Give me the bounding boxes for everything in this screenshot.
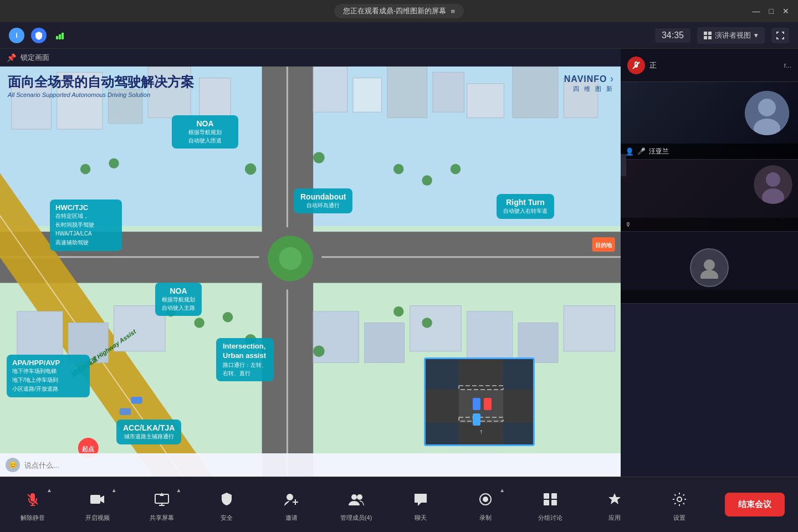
mute-label: 解除静音	[21, 514, 45, 522]
svg-rect-1	[59, 34, 61, 39]
svg-point-39	[245, 163, 257, 175]
chat-button[interactable]: 聊天	[401, 487, 440, 522]
dropdown-icon: ▾	[754, 31, 758, 39]
participant-overlay-2: 🎙	[621, 218, 798, 231]
chat-input[interactable]	[24, 461, 615, 469]
svg-point-72	[758, 99, 776, 116]
settings-button[interactable]: 设置	[660, 487, 699, 522]
share-caret[interactable]: ▲	[176, 487, 182, 493]
settings-icon	[667, 487, 692, 511]
svg-point-90	[357, 494, 362, 500]
svg-point-42	[313, 346, 325, 357]
sidebar: 正 r... › 👤 🎤 汪亚兰	[621, 49, 798, 477]
slide-title-cn: 面向全场景的自动驾驶解决方案 All Scenario Supported Au…	[8, 74, 549, 98]
info-box-noa-top: NOA 根据导航规划自动驶入匝道	[172, 115, 238, 149]
participants-icon	[344, 487, 369, 511]
participant-avatar-wangyalan	[745, 91, 789, 135]
navinfo-logo: NAVINFO › 四 维 图 新	[564, 73, 614, 93]
svg-text:起点: 起点	[81, 446, 94, 452]
toolbar: i 34:35 演讲者视图 ▾	[0, 22, 798, 49]
share-screen-button[interactable]: 共享屏幕 ▲	[142, 487, 181, 522]
bottom-toolbar: 解除静音 ▲ 开启视频 ▲ 共享屏幕 ▲	[0, 477, 798, 532]
record-button[interactable]: 录制 ▲	[466, 487, 505, 522]
lock-label: 锁定画面	[21, 53, 49, 63]
participant-mic-icon-2: 🎙	[625, 221, 631, 228]
share-screen-icon	[150, 487, 174, 511]
participant-mic-icon-wangyalan: 🎤	[637, 147, 646, 155]
svg-rect-59	[120, 408, 131, 415]
svg-rect-95	[544, 500, 549, 505]
svg-point-89	[351, 494, 357, 500]
chat-input-bar: 😊	[0, 453, 621, 477]
svg-rect-37	[518, 323, 558, 362]
svg-rect-58	[131, 397, 142, 403]
signal-icon	[53, 28, 69, 43]
svg-rect-68	[473, 413, 480, 426]
presenter-initial: 正	[649, 60, 780, 70]
video-button[interactable]: 开启视频 ▲	[78, 487, 117, 522]
mute-button[interactable]: 解除静音 ▲	[13, 487, 52, 522]
lock-bar: 📌 锁定画面	[0, 49, 621, 66]
intersection-diagram: ↑	[426, 359, 535, 446]
svg-point-77	[704, 259, 715, 270]
breakout-button[interactable]: 分组讨论	[531, 487, 570, 522]
end-meeting-button[interactable]: 结束会议	[725, 493, 785, 516]
svg-rect-82	[90, 495, 100, 504]
svg-rect-6	[708, 36, 712, 39]
apps-icon	[602, 487, 627, 511]
svg-point-43	[393, 164, 403, 174]
svg-rect-63	[459, 390, 503, 423]
intersection-inset: ↑	[424, 357, 535, 446]
svg-point-49	[194, 318, 204, 328]
mute-caret[interactable]: ▲	[47, 487, 52, 493]
info-box-right-turn: Right Turn 自动驶入右转车道	[497, 194, 554, 219]
collapse-sidebar-button[interactable]: ›	[621, 154, 626, 176]
view-mode-button[interactable]: 演讲者视图 ▾	[697, 27, 765, 44]
lock-icon: 📌	[7, 53, 16, 62]
shield-icon[interactable]	[31, 28, 47, 43]
minimize-button[interactable]: —	[753, 7, 760, 16]
security-icon	[214, 487, 239, 511]
security-button[interactable]: 安全	[207, 487, 246, 522]
breakout-label: 分组讨论	[538, 514, 562, 522]
svg-rect-3	[704, 32, 707, 35]
video-caret[interactable]: ▲	[111, 487, 117, 493]
svg-point-52	[109, 158, 119, 168]
close-button[interactable]: ✕	[782, 7, 789, 16]
titlebar: 您正在观看成鼎-四维图新的屏幕 ≡ — □ ✕	[0, 0, 798, 22]
svg-rect-2	[62, 33, 64, 39]
slide-content: 辅路到高速 Highway Assist 起点 目的地 面向全场景的自动驾驶解决…	[0, 66, 621, 477]
svg-text:↑: ↑	[479, 428, 483, 436]
participants-button[interactable]: 管理成员(4)	[337, 487, 376, 522]
svg-point-98	[677, 497, 682, 502]
title-pill: 您正在观看成鼎-四维图新的屏幕 ≡	[334, 4, 464, 18]
main-content: 📌 锁定画面	[0, 49, 798, 477]
record-caret[interactable]: ▲	[499, 487, 505, 493]
presentation-area: 📌 锁定画面	[0, 49, 621, 477]
sidebar-header: 正 r...	[621, 49, 798, 82]
svg-point-47	[422, 318, 432, 328]
svg-rect-34	[365, 323, 405, 362]
svg-marker-97	[608, 493, 621, 504]
chat-label: 聊天	[415, 514, 427, 522]
presenter-suffix: r...	[784, 62, 791, 69]
svg-point-40	[313, 152, 325, 163]
fullscreen-button[interactable]	[771, 28, 789, 43]
chat-icon	[408, 487, 433, 511]
info-box-noa-lower: NOA 根据导航规划自动驶入主路	[155, 283, 202, 316]
svg-rect-96	[551, 500, 557, 505]
video-label: 开启视频	[85, 514, 110, 522]
invite-button[interactable]: 邀请	[272, 487, 311, 522]
invite-label: 邀请	[285, 514, 298, 522]
svg-rect-94	[551, 493, 557, 499]
svg-point-46	[393, 306, 403, 316]
apps-button[interactable]: 应用	[595, 487, 634, 522]
participant-avatar-2	[754, 165, 792, 204]
info-icon[interactable]: i	[9, 28, 24, 43]
participant-wangyalan: 👤 🎤 汪亚兰	[621, 82, 798, 160]
participant-3	[621, 232, 798, 304]
participant-overlay-wangyalan: 👤 🎤 汪亚兰	[621, 144, 798, 159]
svg-line-70	[633, 62, 640, 69]
maximize-button[interactable]: □	[769, 7, 774, 16]
video-icon	[85, 487, 110, 511]
